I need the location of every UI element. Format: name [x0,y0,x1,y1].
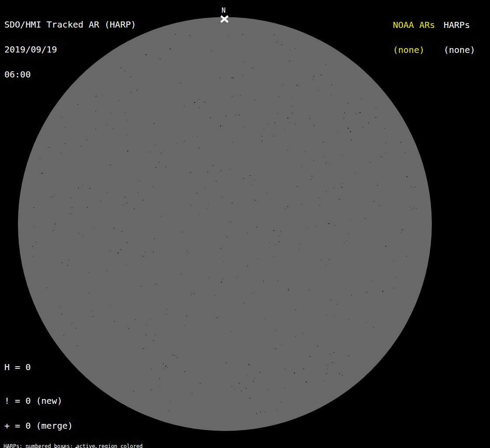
magnetic-speck [287,206,288,207]
magnetic-speck [234,389,234,390]
magnetic-speck [262,140,262,141]
magnetic-speck [164,368,164,368]
magnetic-speck [106,271,107,271]
magnetic-speck [197,136,198,136]
magnetic-speck [138,192,138,193]
magnetic-speck [228,36,228,36]
magnetic-speck [321,259,321,260]
magnetic-speck [161,153,161,153]
magnetic-speck [334,316,335,317]
magnetic-speck [256,227,257,228]
magnetic-speck [170,49,171,49]
magnetic-speck [184,325,185,326]
magnetic-speck [55,224,56,224]
magnetic-speck [191,295,192,295]
magnetic-speck [250,175,251,176]
magnetic-speck [255,200,256,200]
magnetic-speck [326,191,326,191]
magnetic-speck [49,147,49,148]
magnetic-speck [249,398,250,399]
magnetic-speck [62,117,62,118]
magnetic-speck [413,208,413,209]
magnetic-speck [360,112,360,113]
magnetic-speck [96,96,96,97]
magnetic-speck [35,227,35,228]
magnetic-speck [326,373,327,374]
magnetic-speck [163,364,164,364]
magnetic-speck [170,401,171,402]
observation-time: 06:00 [4,70,136,79]
magnetic-speck [289,122,290,123]
magnetic-speck [122,231,122,232]
magnetic-speck [393,288,394,288]
magnetic-speck [200,214,200,215]
magnetic-speck [342,155,343,155]
magnetic-speck [208,203,208,203]
magnetic-speck [240,95,241,95]
magnetic-speck [65,144,66,144]
harps-value: (none) [444,46,475,54]
magnetic-speck [406,176,407,177]
magnetic-speck [285,208,285,209]
magnetic-speck [319,205,320,206]
magnetic-speck [223,279,223,279]
magnetic-speck [236,115,236,115]
magnetic-speck [94,228,94,228]
magnetic-speck [273,230,274,231]
magnetic-speck [290,50,290,50]
magnetic-speck [191,205,192,206]
page-title: SDO/HMI Tracked AR (HARP) [4,21,136,29]
magnetic-speck [274,35,275,35]
magnetic-speck [287,118,288,119]
magnetic-speck [230,169,231,170]
magnetic-speck [309,119,310,119]
header-block: SDO/HMI Tracked AR (HARP) 2019/09/19 06:… [4,4,136,95]
magnetic-speck [253,381,254,382]
magnetic-speck [145,252,145,252]
magnetic-speck [337,131,338,132]
magnetic-speck [327,369,328,369]
magnetic-speck [184,371,185,372]
magnetic-speck [214,295,215,296]
noaa-ars-status: NOAA ARs (none) [393,4,435,71]
magnetic-speck [77,104,78,105]
magnetic-speck [181,83,181,84]
observation-date: 2019/09/19 [4,46,136,54]
magnetic-speck [78,188,79,189]
magnetic-speck [230,222,231,222]
magnetic-speck [107,124,107,125]
magnetic-speck [280,231,281,231]
magnetic-speck [342,187,342,188]
magnetic-speck [394,261,394,261]
magnetic-speck [244,303,245,303]
magnetic-speck [56,194,56,195]
magnetic-speck [87,140,88,140]
magnetic-speck [331,84,332,85]
magnetic-speck [263,281,264,281]
magnetic-speck [146,325,147,326]
magnetic-speck [411,210,412,210]
magnetic-speck [366,322,367,322]
magnetic-speck [294,373,295,374]
magnetic-speck [156,167,156,168]
magnetic-speck [155,284,156,284]
magnetic-speck [126,120,127,120]
magnetic-speck [339,374,340,374]
magnetic-speck [329,354,330,354]
magnetic-speck [91,311,91,312]
magnetic-speck [343,183,343,184]
magnetic-speck [52,196,53,197]
magnetic-speck [350,219,350,220]
magnetic-speck [70,198,71,198]
magnetic-speck [274,122,275,123]
magnetic-speck [315,226,316,227]
magnetic-speck [260,412,261,413]
magnetic-speck [140,180,140,181]
noaa-ars-value: (none) [393,46,435,54]
magnetic-speck [176,144,177,144]
magnetic-speck [220,126,221,126]
magnetic-speck [277,113,278,114]
magnetic-speck [150,152,150,152]
magnetic-speck [370,162,371,163]
magnetic-speck [209,277,210,278]
